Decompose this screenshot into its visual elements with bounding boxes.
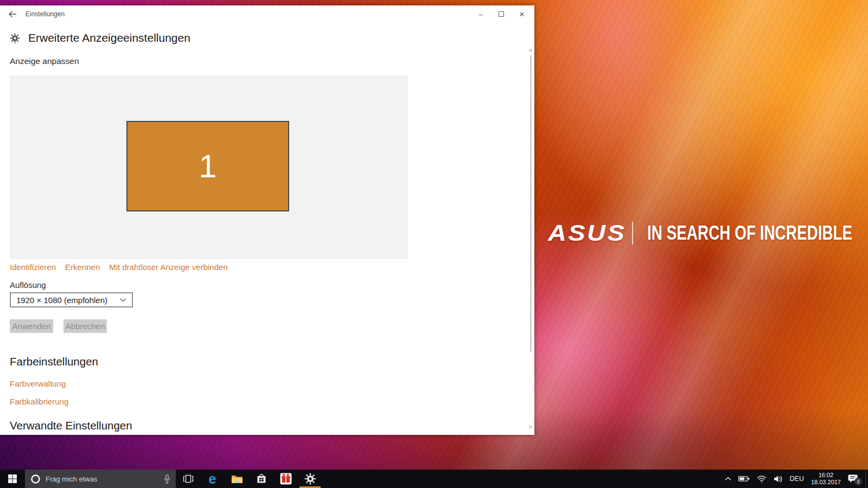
back-arrow-icon [8,10,17,18]
settings-app-button[interactable] [298,470,322,488]
task-view-button[interactable] [176,470,200,488]
monitor-number: 1 [199,147,216,185]
detect-link[interactable]: Erkennen [65,262,100,272]
system-tray: DEU 16:02 18.03.2017 2 [725,470,865,488]
scroll-down-icon[interactable] [528,424,533,429]
wireless-display-link[interactable]: Mit drahtloser Anzeige verbinden [109,262,227,272]
action-buttons: Anwenden Abbrechen [10,319,107,333]
resolution-dropdown[interactable]: 1920 × 1080 (empfohlen) [10,292,133,307]
search-input[interactable] [46,475,159,483]
task-view-icon [183,474,194,483]
section-heading-related: Verwandte Einstellungen [10,419,132,432]
cancel-button[interactable]: Abbrechen [63,319,107,333]
brand-tagline: IN SEARCH OF INCREDIBLE [647,221,852,245]
asus-logo: ASUS [548,220,626,246]
gift-app-icon [280,473,292,485]
color-calibration-link[interactable]: Farbkalibrierung [10,397,68,406]
minimize-button[interactable]: – [470,5,491,23]
gear-icon [10,33,20,43]
resolution-value: 1920 × 1080 (empfohlen) [16,296,120,305]
display-preview-area: 1 [10,75,408,259]
show-desktop-button[interactable] [865,470,868,488]
scroll-up-icon[interactable] [528,48,533,53]
search-box[interactable] [25,470,176,488]
window-title: Einstellungen [25,5,65,23]
volume-icon[interactable] [774,475,783,483]
monitor-1[interactable]: 1 [126,121,289,211]
wallpaper-branding: ASUS IN SEARCH OF INCREDIBLE [548,220,868,246]
clock-time: 16:02 [811,472,841,479]
desktop: ASUS IN SEARCH OF INCREDIBLE Einstellung… [0,0,868,488]
color-management-link[interactable]: Farbverwaltung [10,379,66,388]
chevron-down-icon [120,298,126,302]
gift-app-button[interactable] [273,470,298,488]
scrollbar[interactable] [527,5,534,435]
settings-window: Einstellungen – ✕ [0,5,534,435]
store-button[interactable] [249,470,273,488]
edge-button[interactable]: e [200,470,225,488]
minimize-icon: – [478,10,482,18]
titlebar[interactable]: Einstellungen – ✕ [0,5,534,23]
section-heading-display: Anzeige anpassen [10,56,79,66]
file-explorer-icon [231,474,243,484]
page-header: Erweiterte Anzeigeeinstellungen [10,31,190,44]
taskbar: e [0,470,868,488]
identify-link[interactable]: Identifizieren [10,262,56,272]
mic-icon[interactable] [164,474,170,484]
clock[interactable]: 16:02 18.03.2017 [811,472,841,486]
maximize-icon [499,11,504,17]
edge-icon: e [209,472,216,486]
cortana-icon [30,474,41,484]
language-indicator[interactable]: DEU [790,475,804,483]
wifi-icon[interactable] [757,475,767,483]
apply-button[interactable]: Anwenden [10,319,53,333]
windows-logo-icon [8,474,17,483]
store-icon [256,473,267,484]
start-button[interactable] [0,470,25,488]
resolution-label: Auflösung [10,280,46,290]
display-links-row: Identifizieren Erkennen Mit drahtloser A… [10,262,228,272]
close-icon: ✕ [519,10,525,18]
action-center-button[interactable]: 2 [848,474,859,484]
battery-icon[interactable] [738,476,750,482]
page-title: Erweiterte Anzeigeeinstellungen [28,31,190,44]
maximize-button[interactable] [491,5,512,23]
chevron-up-icon[interactable] [725,477,731,481]
clock-date: 18.03.2017 [811,479,841,486]
back-button[interactable] [0,5,25,23]
notification-badge: 2 [854,478,862,485]
file-explorer-button[interactable] [225,470,249,488]
section-heading-color: Farbeinstellungen [10,355,98,368]
window-controls: – ✕ [470,5,532,23]
brand-divider [632,222,633,245]
settings-gear-icon [304,473,316,485]
scrollbar-thumb[interactable] [530,55,532,352]
